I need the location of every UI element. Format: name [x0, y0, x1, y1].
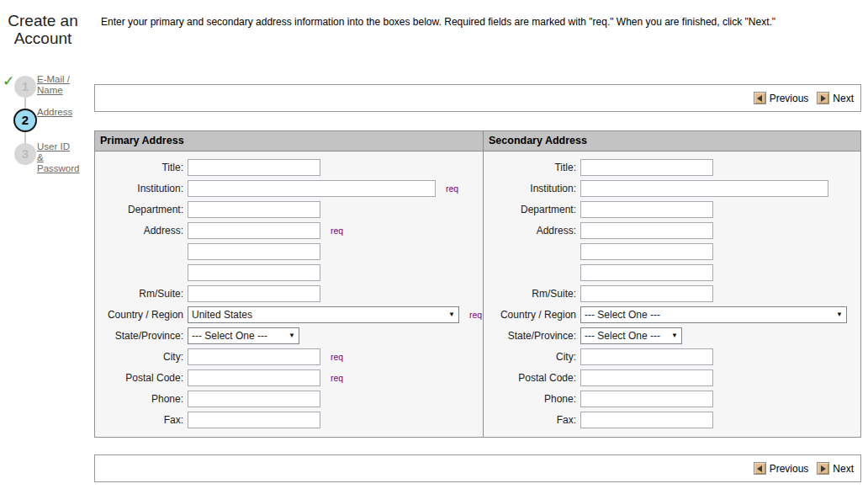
- primary-state-province-row: State/Province:--- Select One ---▼: [98, 327, 483, 344]
- primary-address-2-input[interactable]: [188, 243, 320, 260]
- top-previous-button[interactable]: Previous: [754, 92, 809, 104]
- previous-arrow-icon: [754, 462, 766, 475]
- step-link-address[interactable]: Address: [37, 107, 89, 118]
- secondary-institution-input[interactable]: [580, 180, 828, 197]
- secondary-postal-code-input[interactable]: [580, 369, 713, 386]
- secondary-department-input[interactable]: [580, 201, 713, 218]
- primary-title-label: Title:: [98, 162, 188, 173]
- previous-button-label: Previous: [770, 93, 809, 104]
- primary-department-row: Department:: [98, 201, 483, 218]
- secondary-address-column: Secondary Address Title:Institution:Depa…: [483, 131, 860, 437]
- secondary-city-label: City:: [487, 351, 580, 363]
- primary-city-input[interactable]: [188, 348, 320, 365]
- primary-phone-label: Phone:: [98, 393, 188, 405]
- primary-department-input[interactable]: [188, 201, 320, 218]
- primary-rm-suite-input[interactable]: [188, 285, 320, 302]
- primary-state-province-label: State/Province:: [98, 330, 188, 342]
- primary-state-province-selected-value: --- Select One ---: [192, 330, 267, 342]
- secondary-address-input[interactable]: [580, 222, 713, 239]
- secondary-rm-suite-label: Rm/Suite:: [487, 288, 580, 300]
- secondary-state-province-selected-value: --- Select One ---: [585, 330, 660, 342]
- secondary-city-input[interactable]: [580, 348, 713, 365]
- primary-postal-code-input[interactable]: [188, 369, 320, 386]
- primary-address-input[interactable]: [188, 222, 320, 239]
- secondary-phone-input[interactable]: [580, 391, 713, 407]
- primary-city-req-marker: req: [331, 352, 343, 362]
- secondary-title-input[interactable]: [580, 159, 713, 176]
- address-form-table: Primary Address Title:Institution:reqDep…: [94, 130, 861, 438]
- primary-country-region-select[interactable]: United States▼: [188, 306, 459, 323]
- secondary-institution-row: Institution:: [487, 180, 860, 197]
- primary-address-body: Title:Institution:reqDepartment:Address:…: [95, 151, 483, 428]
- secondary-address-body: Title:Institution:Department:Address:Rm/…: [484, 151, 860, 428]
- top-nav-bar: Previous Next: [94, 84, 861, 112]
- step-3-circle: 3: [14, 143, 36, 165]
- primary-phone-row: Phone:: [98, 391, 483, 407]
- secondary-fax-input[interactable]: [580, 412, 713, 428]
- step-link-e-mail-name[interactable]: E-Mail /Name: [37, 74, 89, 96]
- secondary-address-2-input[interactable]: [580, 243, 713, 260]
- top-next-button[interactable]: Next: [817, 92, 854, 104]
- secondary-address-label: Address:: [487, 225, 580, 237]
- secondary-address-header: Secondary Address: [484, 131, 860, 151]
- secondary-country-region-selected-value: --- Select One ---: [585, 309, 660, 321]
- chevron-down-icon: ▼: [288, 332, 295, 339]
- primary-institution-label: Institution:: [98, 183, 188, 194]
- primary-country-region-req-marker: req: [469, 310, 482, 320]
- primary-fax-label: Fax:: [98, 414, 188, 426]
- bottom-previous-button[interactable]: Previous: [754, 462, 809, 475]
- secondary-state-province-label: State/Province:: [487, 330, 580, 342]
- primary-postal-code-label: Postal Code:: [98, 372, 188, 384]
- primary-institution-input[interactable]: [188, 180, 436, 197]
- secondary-department-label: Department:: [487, 204, 580, 215]
- chevron-down-icon: ▼: [671, 332, 678, 339]
- secondary-title-row: Title:: [487, 159, 860, 176]
- primary-address-2-row: [98, 243, 483, 260]
- secondary-institution-label: Institution:: [487, 183, 580, 194]
- secondary-country-region-select[interactable]: --- Select One ---▼: [580, 306, 847, 323]
- primary-country-region-selected-value: United States: [192, 309, 252, 321]
- primary-address-row: Address:req: [98, 222, 483, 239]
- secondary-phone-label: Phone:: [487, 393, 580, 405]
- previous-button-label: Previous: [770, 463, 809, 475]
- primary-fax-input[interactable]: [188, 412, 320, 428]
- secondary-department-row: Department:: [487, 201, 860, 218]
- primary-address-3-input[interactable]: [188, 264, 320, 281]
- secondary-address-3-input[interactable]: [580, 264, 713, 281]
- primary-department-label: Department:: [98, 204, 188, 215]
- primary-rm-suite-row: Rm/Suite:: [98, 285, 483, 302]
- chevron-down-icon: ▼: [448, 311, 455, 318]
- secondary-state-province-select[interactable]: --- Select One ---▼: [580, 327, 682, 344]
- secondary-title-label: Title:: [487, 162, 580, 173]
- secondary-city-row: City:: [487, 348, 860, 365]
- primary-address-req-marker: req: [331, 226, 343, 236]
- primary-phone-input[interactable]: [188, 391, 320, 407]
- secondary-rm-suite-input[interactable]: [580, 285, 713, 302]
- next-button-label: Next: [833, 93, 854, 104]
- next-arrow-icon: [817, 92, 829, 104]
- step-2-circle: 2: [13, 109, 37, 132]
- secondary-rm-suite-row: Rm/Suite:: [487, 285, 860, 302]
- primary-country-region-label: Country / Region: [98, 309, 188, 321]
- primary-address-3-row: [98, 264, 483, 281]
- step-1-circle: 1: [14, 76, 36, 98]
- primary-fax-row: Fax:: [98, 412, 483, 428]
- primary-state-province-select[interactable]: --- Select One ---▼: [188, 327, 299, 344]
- secondary-address-2-row: [487, 243, 860, 260]
- primary-title-input[interactable]: [188, 159, 320, 176]
- secondary-address-row: Address:: [487, 222, 860, 239]
- step-link-user-id-password[interactable]: User ID&Password: [37, 141, 89, 174]
- secondary-address-3-row: [487, 264, 860, 281]
- instructions-text: Enter your primary and secondary address…: [101, 16, 841, 28]
- secondary-fax-label: Fax:: [487, 414, 580, 426]
- primary-city-label: City:: [98, 351, 188, 363]
- primary-title-row: Title:: [98, 159, 483, 176]
- secondary-state-province-row: State/Province:--- Select One ---▼: [487, 327, 860, 344]
- bottom-next-button[interactable]: Next: [817, 462, 854, 475]
- primary-institution-req-marker: req: [446, 183, 458, 194]
- primary-postal-code-row: Postal Code:req: [98, 369, 483, 386]
- primary-institution-row: Institution:req: [98, 180, 483, 197]
- bottom-nav-bar: Previous Next: [94, 454, 861, 482]
- primary-address-column: Primary Address Title:Institution:reqDep…: [95, 131, 483, 437]
- primary-postal-code-req-marker: req: [331, 373, 343, 383]
